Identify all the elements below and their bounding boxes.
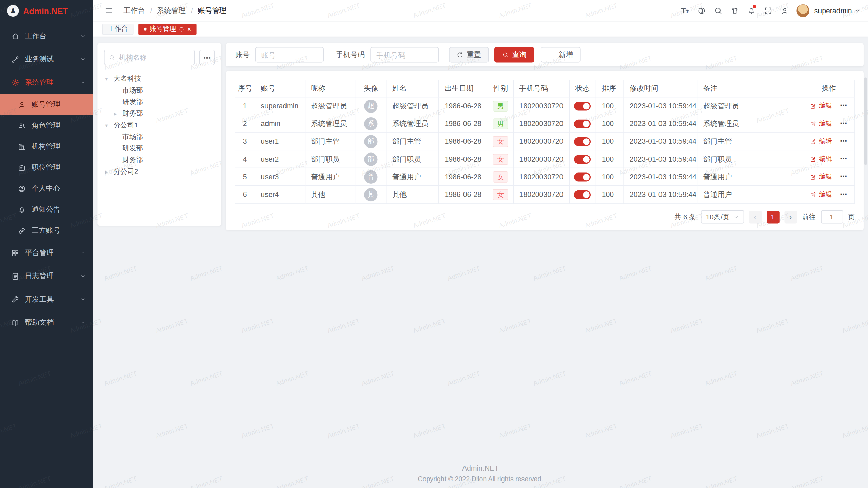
sidebar-item-dev-tools[interactable]: 开发工具 — [0, 288, 93, 311]
edit-button[interactable]: 编辑 — [810, 119, 832, 128]
tree-node[interactable]: 研发部 — [104, 96, 215, 108]
more-actions-button[interactable]: ⋯ — [840, 154, 848, 162]
org-more-button[interactable]: ⋯ — [199, 50, 215, 65]
avatar[interactable] — [796, 4, 809, 17]
page-size-select[interactable]: 10条/页 — [701, 210, 744, 223]
sidebar-item-account-management[interactable]: 账号管理 — [0, 94, 93, 115]
app-logo[interactable]: ♟ Admin.NET — [0, 0, 93, 21]
cell-nickname: 其他 — [305, 186, 355, 203]
cell-actions: 编辑 ⋯ — [803, 133, 854, 150]
cell-order: 100 — [596, 186, 624, 203]
tree-node[interactable]: 研发部 — [104, 143, 215, 154]
sidebar-item-workbench[interactable]: 工作台 — [0, 24, 93, 48]
more-actions-button[interactable]: ⋯ — [840, 119, 848, 127]
table-row: 6 user4 其他 其 其他 1986-06-28 女 — [235, 186, 854, 203]
cell-nickname: 超级管理员 — [305, 97, 355, 115]
status-toggle[interactable] — [574, 102, 591, 110]
col-name: 姓名 — [387, 80, 439, 97]
tab-workbench[interactable]: 工作台 — [102, 23, 133, 35]
phone-input[interactable] — [370, 47, 439, 63]
sidebar-item-position-management[interactable]: 职位管理 — [0, 157, 93, 178]
more-actions-button[interactable]: ⋯ — [840, 172, 848, 180]
cell-account: user3 — [255, 168, 305, 186]
tree-node-label: 分公司2 — [114, 167, 138, 177]
cell-order: 100 — [596, 133, 624, 150]
sidebar-item-third-party-account[interactable]: 三方账号 — [0, 220, 93, 241]
more-actions-button[interactable]: ⋯ — [840, 101, 848, 109]
cell-phone: 18020030720 — [513, 150, 569, 168]
collapse-menu-icon[interactable] — [101, 3, 116, 18]
edit-button[interactable]: 编辑 — [810, 101, 832, 111]
search-icon[interactable] — [710, 3, 726, 18]
tab-account-management[interactable]: 账号管理 × — [138, 23, 196, 35]
next-page-button[interactable]: › — [784, 210, 797, 223]
sidebar-item-org-management[interactable]: 机构管理 — [0, 136, 93, 157]
edit-button[interactable]: 编辑 — [810, 137, 832, 146]
add-button[interactable]: 新增 — [541, 47, 581, 63]
tree-caret-icon[interactable]: ▸ — [114, 111, 122, 117]
tree-node[interactable]: ▸ 分公司2 — [104, 166, 215, 178]
search-button[interactable]: 查询 — [494, 47, 534, 63]
account-input[interactable] — [255, 47, 324, 63]
reset-button[interactable]: 重置 — [449, 47, 489, 63]
org-search-input[interactable] — [104, 50, 195, 65]
scrollbar-thumb[interactable] — [864, 78, 867, 165]
right-column: 账号 手机号码 重置 查询 新增 — [226, 43, 864, 230]
cell-name: 部门主管 — [387, 133, 439, 150]
tree-node[interactable]: 财务部 — [104, 155, 215, 166]
tree-node-label: 市场部 — [122, 132, 143, 142]
edit-button[interactable]: 编辑 — [810, 155, 832, 164]
sidebar-item-notice[interactable]: 通知公告 — [0, 199, 93, 220]
cell-status — [569, 133, 596, 150]
theme-icon[interactable] — [727, 3, 743, 18]
status-toggle[interactable] — [574, 137, 591, 146]
sidebar-item-personal-center[interactable]: 个人中心 — [0, 178, 93, 199]
col-birthday: 出生日期 — [439, 80, 488, 97]
role-icon — [18, 121, 26, 129]
close-tab-icon[interactable]: × — [187, 26, 191, 33]
tree-caret-icon[interactable]: ▾ — [105, 122, 113, 128]
prev-page-button[interactable]: ‹ — [749, 210, 762, 223]
tree-caret-icon[interactable]: ▸ — [105, 169, 113, 175]
cell-index: 1 — [235, 97, 255, 115]
status-toggle[interactable] — [574, 172, 591, 181]
user-icon[interactable] — [777, 3, 792, 18]
cell-remark: 系统管理员 — [697, 115, 803, 133]
font-size-icon[interactable]: TT — [677, 3, 693, 18]
notification-bell-icon[interactable] — [744, 3, 759, 18]
status-toggle[interactable] — [574, 155, 591, 164]
goto-page-input[interactable] — [821, 210, 843, 223]
edit-icon — [810, 138, 817, 145]
current-page-button[interactable]: 1 — [766, 210, 779, 223]
sidebar-item-platform-management[interactable]: 平台管理 — [0, 241, 93, 265]
refresh-tab-icon[interactable] — [179, 26, 184, 32]
breadcrumb-item[interactable]: 系统管理 — [157, 5, 186, 15]
tree-node[interactable]: ▾ 分公司1 — [104, 120, 215, 131]
more-actions-button[interactable]: ⋯ — [840, 137, 848, 145]
edit-button[interactable]: 编辑 — [810, 190, 832, 199]
tree-node[interactable]: ▾ 大名科技 — [104, 73, 215, 85]
sidebar-item-system-management[interactable]: 系统管理 — [0, 71, 93, 94]
org-tree-panel: ⋯ ▾ 大名科技 市场部 — [97, 43, 221, 226]
cell-name: 普通用户 — [387, 168, 439, 186]
sidebar-item-log-management[interactable]: 日志管理 — [0, 264, 93, 288]
cell-modified: 2023-01-03 10:59:44 — [624, 133, 697, 150]
more-actions-button[interactable]: ⋯ — [840, 190, 848, 198]
sidebar-item-help-docs[interactable]: 帮助文档 — [0, 311, 93, 334]
edit-button[interactable]: 编辑 — [810, 172, 832, 182]
tree-caret-icon[interactable]: ▾ — [105, 76, 113, 82]
status-toggle[interactable] — [574, 119, 591, 128]
user-menu[interactable]: superadmin — [814, 6, 860, 15]
tree-node[interactable]: ▸ 财务部 — [104, 108, 215, 119]
cell-account: user2 — [255, 150, 305, 168]
tree-node[interactable]: 市场部 — [104, 131, 215, 143]
sidebar-item-role-management[interactable]: 角色管理 — [0, 115, 93, 136]
sidebar-item-business-test[interactable]: 业务测试 — [0, 47, 93, 71]
breadcrumb-item[interactable]: 工作台 — [123, 5, 145, 15]
cell-account: superadmin — [255, 97, 305, 115]
tree-node-label: 市场部 — [122, 86, 143, 95]
language-icon[interactable] — [694, 3, 709, 18]
tree-node[interactable]: 市场部 — [104, 85, 215, 96]
status-toggle[interactable] — [574, 190, 591, 199]
fullscreen-icon[interactable] — [760, 3, 776, 18]
